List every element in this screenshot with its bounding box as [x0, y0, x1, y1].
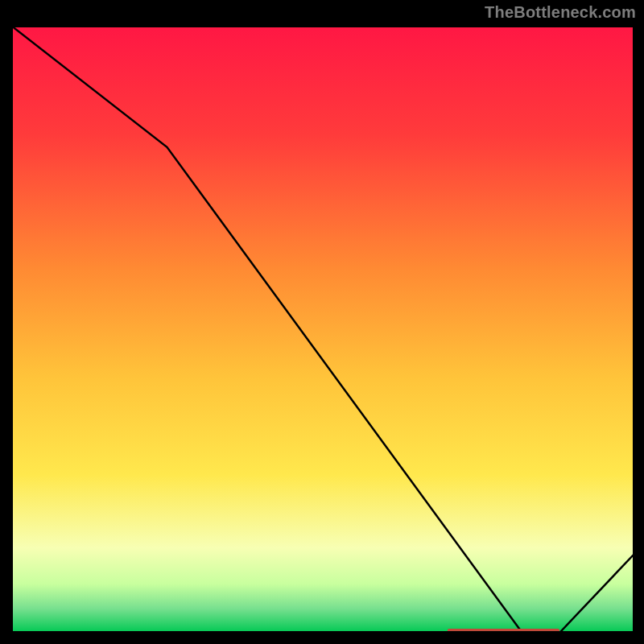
chart-stage: TheBottleneck.com — [0, 0, 644, 644]
chart-gradient-background — [11, 26, 634, 633]
bottleneck-chart — [11, 26, 634, 633]
watermark-text: TheBottleneck.com — [485, 3, 636, 22]
